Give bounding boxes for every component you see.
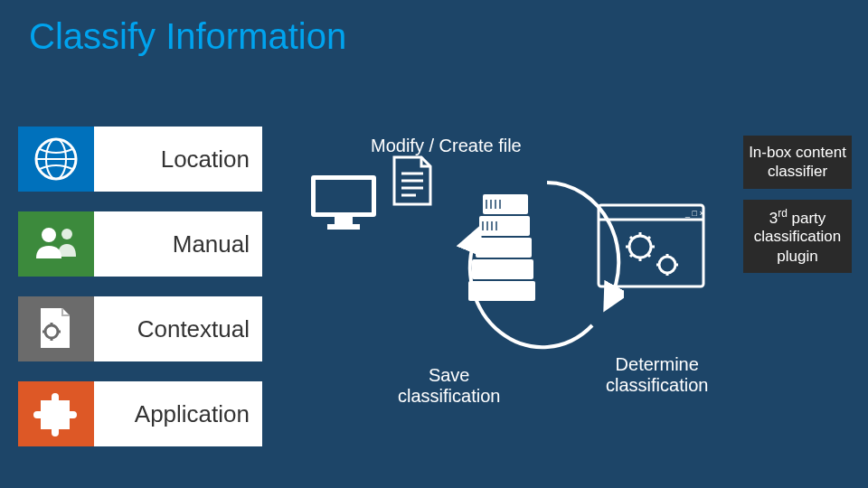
flow-label-save: Save classification <box>398 365 500 407</box>
tile-label-contextual: Contextual <box>137 315 250 343</box>
thirdparty-plugin-box: 3rd party classification plugin <box>743 200 852 273</box>
flow-label-determine: Determine classification <box>606 354 708 396</box>
svg-rect-12 <box>335 217 353 224</box>
people-icon <box>18 211 94 277</box>
svg-rect-11 <box>316 180 372 212</box>
page-title: Classify Information <box>29 16 346 57</box>
svg-line-40 <box>647 254 650 257</box>
svg-text:_ □ ×: _ □ × <box>684 209 704 218</box>
svg-point-43 <box>659 257 675 273</box>
doc-gear-icon <box>18 296 94 361</box>
tile-location: Location <box>18 127 262 192</box>
document-icon <box>389 154 436 213</box>
tile-application: Application <box>18 381 262 446</box>
tile-manual: Manual <box>18 211 262 277</box>
svg-line-41 <box>630 254 633 257</box>
puzzle-icon <box>18 381 94 446</box>
monitor-icon <box>307 172 380 239</box>
classifier-boxes: In-box content classifier 3rd party clas… <box>743 136 852 273</box>
tile-label-location: Location <box>161 145 250 174</box>
svg-line-42 <box>647 237 650 239</box>
inbox-classifier-box: In-box content classifier <box>743 136 852 189</box>
cycle-arrows-icon <box>457 172 624 352</box>
flow-diagram: Modify / Create file <box>289 136 732 434</box>
tile-label-manual: Manual <box>173 230 250 258</box>
svg-point-3 <box>42 228 56 242</box>
category-tiles: Location Manual Contextual <box>18 127 262 446</box>
svg-rect-13 <box>327 224 360 230</box>
tile-contextual: Contextual <box>18 296 262 361</box>
tile-label-application: Application <box>135 400 250 428</box>
svg-point-4 <box>61 229 72 239</box>
globe-icon <box>18 127 94 192</box>
svg-line-39 <box>630 237 633 239</box>
